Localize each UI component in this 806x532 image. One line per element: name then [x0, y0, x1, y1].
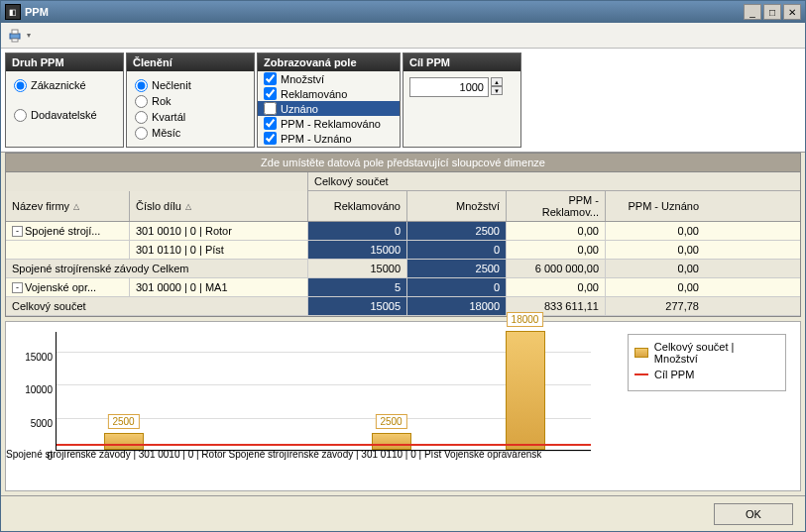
panel-pole-header: Zobrazovaná pole — [258, 53, 400, 71]
svg-rect-1 — [12, 30, 18, 34]
chart-plot: 0500010000150002500250018000 — [56, 332, 591, 451]
spinner-down-icon[interactable]: ▼ — [491, 86, 503, 95]
radio-rok[interactable]: Rok — [135, 93, 246, 109]
legend-series-label: Celkový součet | Množství — [654, 341, 779, 365]
y-tick: 10000 — [17, 384, 53, 395]
app-window: ◧ PPM _ □ ✕ ▾ Druh PPM Zákaznické Dodava… — [0, 0, 806, 532]
toolbar: ▾ — [1, 23, 805, 49]
spinner-up-icon[interactable]: ▲ — [491, 77, 503, 86]
table-row[interactable]: -Spojené strojí...301 0010 | 0 | Rotor02… — [6, 222, 800, 241]
ok-button[interactable]: OK — [714, 503, 793, 525]
table-row[interactable]: Spojené strojírenské závody Celkem150002… — [6, 260, 800, 278]
chart: 0500010000150002500250018000 Spojené str… — [5, 321, 801, 491]
expander-icon[interactable]: - — [12, 226, 23, 237]
col-mnozstvi[interactable]: Množství — [407, 191, 507, 221]
print-dropdown-icon[interactable]: ▾ — [27, 31, 31, 40]
panel-druh: Druh PPM Zákaznické Dodavatelské — [5, 53, 124, 148]
column-headers: Název firmy△ Číslo dílu△ Reklamováno Mno… — [6, 191, 800, 222]
bar-label: 2500 — [375, 414, 406, 429]
table-row[interactable]: -Vojenské opr...301 0000 | 0 | MA1500,00… — [6, 278, 800, 297]
close-button[interactable]: ✕ — [783, 4, 801, 20]
chart-legend: Celkový součet | Množství Cíl PPM — [628, 334, 786, 391]
table-row[interactable]: 301 0110 | 0 | Píst1500000,000,00 — [6, 241, 800, 260]
radio-zakaznicke[interactable]: Zákaznické — [14, 77, 115, 93]
pivot-table: Zde umístěte datová pole představující s… — [5, 153, 801, 317]
cil-line — [57, 444, 591, 446]
pivot-drop-hint[interactable]: Zde umístěte datová pole představující s… — [6, 154, 800, 172]
panel-cil: Cíl PPM ▲ ▼ — [403, 53, 521, 148]
col-nazev[interactable]: Název firmy△ — [6, 191, 130, 221]
radio-mesic[interactable]: Měsíc — [135, 125, 246, 141]
config-panels: Druh PPM Zákaznické Dodavatelské Členění… — [1, 49, 805, 153]
col-ppm-uznano[interactable]: PPM - Uznáno — [606, 191, 705, 221]
panel-pole: Zobrazovaná pole MnožstvíReklamovánoUzná… — [257, 53, 401, 148]
titlebar: ◧ PPM _ □ ✕ — [1, 1, 805, 23]
sort-icon[interactable]: △ — [185, 202, 191, 211]
panel-cleneni: Členění Nečlenit Rok Kvartál Měsíc — [126, 53, 255, 148]
pivot-group-title: Celkový součet — [308, 172, 800, 191]
svg-rect-2 — [12, 39, 18, 42]
col-reklamovano[interactable]: Reklamováno — [308, 191, 407, 221]
chart-bar — [104, 433, 144, 450]
bar-label: 2500 — [107, 414, 139, 429]
sort-icon[interactable]: △ — [73, 202, 79, 211]
field-item[interactable]: Reklamováno — [258, 86, 400, 101]
print-icon[interactable] — [5, 26, 25, 46]
chart-bar — [506, 331, 545, 450]
legend-line-swatch — [634, 373, 648, 375]
field-item[interactable]: PPM - Uznáno — [258, 131, 400, 146]
field-item[interactable]: Uznáno — [258, 101, 400, 116]
radio-kvartal[interactable]: Kvartál — [135, 109, 246, 125]
footer: OK — [1, 495, 805, 531]
col-ppm-reklamovano[interactable]: PPM - Reklamov... — [507, 191, 606, 221]
radio-dodavatelske[interactable]: Dodavatelské — [14, 107, 115, 123]
bar-label: 18000 — [507, 312, 544, 327]
y-tick: 15000 — [17, 352, 53, 363]
svg-rect-0 — [10, 34, 20, 39]
panel-druh-header: Druh PPM — [6, 53, 123, 71]
chart-bar — [372, 433, 411, 450]
col-cislo[interactable]: Číslo dílu△ — [130, 191, 308, 221]
panel-cleneni-header: Členění — [127, 53, 254, 71]
y-tick: 5000 — [17, 417, 53, 428]
legend-line-label: Cíl PPM — [654, 369, 694, 380]
expander-icon[interactable]: - — [12, 282, 23, 293]
radio-neclenit[interactable]: Nečlenit — [135, 77, 246, 93]
minimize-button[interactable]: _ — [744, 4, 761, 20]
legend-bar-swatch — [634, 348, 648, 358]
field-item[interactable]: PPM - Reklamováno — [258, 116, 400, 131]
field-item[interactable]: Množství — [258, 71, 400, 86]
cil-input[interactable] — [409, 77, 489, 97]
table-row[interactable]: Celkový součet1500518000833 611,11277,78 — [6, 297, 800, 316]
app-icon: ◧ — [5, 4, 21, 20]
chart-x-labels: Spojené strojírenské závody | 301 0010 |… — [6, 449, 541, 460]
cil-spinner[interactable]: ▲ ▼ — [491, 77, 503, 95]
window-title: PPM — [25, 6, 742, 18]
maximize-button[interactable]: □ — [763, 4, 781, 20]
panel-cil-header: Cíl PPM — [403, 53, 520, 71]
